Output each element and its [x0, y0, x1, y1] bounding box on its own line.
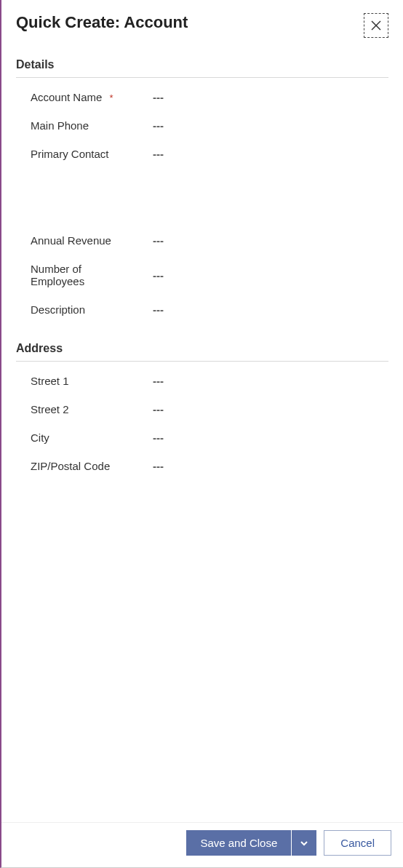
save-options-button[interactable]	[292, 830, 316, 856]
spacer	[16, 163, 388, 221]
field-input-street1[interactable]: ---	[132, 375, 164, 387]
chevron-down-icon	[300, 839, 308, 848]
field-description: Description ---	[16, 290, 388, 319]
close-button[interactable]	[364, 13, 388, 38]
panel-title: Quick Create: Account	[16, 13, 188, 32]
field-city: City ---	[16, 418, 388, 447]
field-street2: Street 2 ---	[16, 390, 388, 418]
field-street1: Street 1 ---	[16, 362, 388, 390]
field-input-account-name[interactable]: ---	[132, 91, 164, 103]
field-main-phone: Main Phone ---	[16, 106, 388, 135]
field-input-primary-contact[interactable]: ---	[132, 148, 164, 160]
field-input-city[interactable]: ---	[132, 431, 164, 444]
close-icon	[371, 20, 381, 31]
panel-footer: Save and Close Cancel	[1, 822, 403, 867]
panel-header: Quick Create: Account	[1, 0, 403, 45]
field-label-num-employees: Number of Employees	[16, 263, 132, 287]
field-label-street1: Street 1	[16, 375, 132, 387]
field-primary-contact: Primary Contact ---	[16, 135, 388, 163]
field-label-main-phone: Main Phone	[16, 119, 132, 132]
field-label-zip: ZIP/Postal Code	[16, 460, 132, 472]
field-num-employees: Number of Employees ---	[16, 250, 388, 290]
field-input-description[interactable]: ---	[132, 303, 164, 316]
field-annual-revenue: Annual Revenue ---	[16, 221, 388, 250]
field-label-description: Description	[16, 303, 132, 316]
quick-create-panel: Quick Create: Account Details Account Na…	[1, 0, 403, 867]
save-and-close-button[interactable]: Save and Close	[186, 830, 291, 856]
field-input-main-phone[interactable]: ---	[132, 119, 164, 132]
field-label-annual-revenue: Annual Revenue	[16, 234, 132, 247]
field-zip: ZIP/Postal Code ---	[16, 447, 388, 475]
field-input-annual-revenue[interactable]: ---	[132, 234, 164, 247]
section-title-address: Address	[16, 329, 388, 362]
field-label-primary-contact: Primary Contact	[16, 148, 132, 160]
cancel-button[interactable]: Cancel	[324, 830, 391, 856]
panel-content: Details Account Name * --- Main Phone --…	[1, 45, 403, 822]
field-label-account-name: Account Name *	[16, 91, 132, 103]
required-marker: *	[110, 92, 113, 103]
field-input-zip[interactable]: ---	[132, 460, 164, 472]
field-account-name: Account Name * ---	[16, 78, 388, 106]
save-split-button: Save and Close	[186, 830, 316, 856]
spacer	[16, 319, 388, 329]
field-input-num-employees[interactable]: ---	[132, 269, 164, 282]
field-label-city: City	[16, 431, 132, 444]
section-title-details: Details	[16, 45, 388, 78]
field-input-street2[interactable]: ---	[132, 403, 164, 415]
field-label-street2: Street 2	[16, 403, 132, 415]
